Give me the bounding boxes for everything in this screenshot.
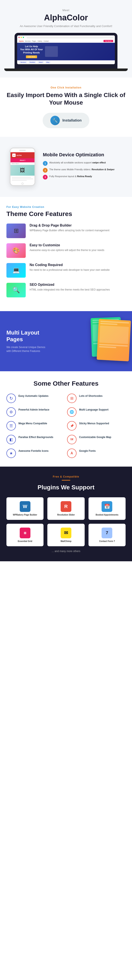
- googlemap-icon: 🗺: [67, 435, 77, 444]
- nocoding-text: No Coding Required No need to be a profe…: [30, 263, 110, 272]
- site-logo: Alpha: [19, 40, 24, 42]
- nocoding-symbol: 💻: [13, 267, 20, 274]
- plugins-divider: [62, 480, 70, 480]
- plugins-tag: Free & Compatible: [6, 475, 126, 478]
- browser-bar: [17, 35, 115, 39]
- feature-num-1: 1: [43, 161, 47, 166]
- url-bar: [27, 37, 113, 38]
- phone-speaker: [19, 150, 26, 151]
- hero-heading: Let Us HelpYou With All Of YourPrinting …: [20, 45, 43, 54]
- get-quote-btn[interactable]: Get Quote: [104, 40, 113, 42]
- install-button[interactable]: 🔧 Installation: [42, 113, 90, 128]
- parallax-icon: ◧: [6, 435, 16, 444]
- laptop-hero: Let Us HelpYou With All Of YourPrinting …: [17, 43, 115, 60]
- nav-contact: Contact: [44, 40, 49, 42]
- mailchimp-icon: ✉: [61, 528, 71, 538]
- revolution-label: Revolution Slider: [57, 514, 75, 516]
- wpbakery-icon: W: [20, 501, 30, 512]
- phone-home-button[interactable]: [21, 183, 24, 185]
- seo-image: 🔍: [6, 283, 26, 298]
- icons-label: Awesome Fontello Icons: [19, 449, 49, 453]
- googlemap-label: Customizable Google Map: [79, 435, 111, 439]
- bar-7: [99, 346, 116, 348]
- cf7-label: Contact Form 7: [99, 540, 115, 542]
- core-tag: For Easy Website Creation: [6, 205, 126, 208]
- other-section: Some Other Features ↻ Easy Automatic Upd…: [0, 371, 132, 466]
- phone-header: α ALPHA: [11, 152, 35, 158]
- megamenu-icon: ☰: [6, 421, 16, 431]
- essentialgrid-label: Essential Grid: [18, 540, 32, 542]
- meet-label: Meet: [4, 9, 128, 12]
- mobile-feature-2: 2 The theme uses Mobile Friendly sliders…: [43, 168, 128, 173]
- plugin-wpbakery[interactable]: W WPBakery Page Builder: [6, 497, 44, 520]
- feature-num-3: 3: [43, 175, 47, 180]
- drag-drop-desc: WPBakery Page Builder offers amazing too…: [30, 229, 110, 232]
- hero-button[interactable]: Learn More: [26, 56, 37, 58]
- admin-icon: ⚙: [6, 407, 16, 417]
- card-img-2: [99, 325, 129, 344]
- plugin-essentialgrid[interactable]: ⊞ Essential Grid: [6, 524, 44, 546]
- phone-logo: α: [14, 154, 14, 156]
- phone-bottom-bar: [11, 182, 35, 185]
- revolution-icon: R: [61, 501, 71, 512]
- maximize-dot: [23, 37, 24, 38]
- seo-symbol: 🔍: [13, 286, 20, 294]
- laptop-chin: [17, 64, 115, 68]
- service-3: About: [38, 61, 44, 64]
- seo-desc: HTML code integrated into the theme meet…: [30, 288, 110, 291]
- booked-label: Booked Appointments: [96, 514, 118, 516]
- feature-megamenu: ☰ Mega Menu Compatible: [6, 421, 65, 431]
- nocoding-image: 💻: [6, 263, 26, 278]
- core-title: Theme Core Features: [6, 210, 126, 218]
- service-2: Portfolio: [28, 61, 36, 64]
- multilang-label: Multi Language Support: [79, 407, 108, 412]
- cf7-icon: 7: [102, 528, 112, 538]
- customize-icon: 🎨: [6, 243, 26, 258]
- easy-auto-label: Easy Automatic Updates: [19, 394, 49, 398]
- multilayout-text: Multi Layout Pages We create Several Uni…: [6, 329, 49, 353]
- page-card-orange-inner: [97, 319, 131, 352]
- plugin-revolution[interactable]: R Revolution Slider: [47, 497, 85, 520]
- multilang-icon: 🌐: [67, 407, 77, 417]
- multilayout-title: Multi Layout Pages: [6, 329, 49, 343]
- plugins-grid: W WPBakery Page Builder R Revolution Sli…: [6, 497, 126, 546]
- meet-section: Meet AlphaColor An Awesome User Friendly…: [0, 0, 132, 78]
- plugin-booked[interactable]: 📅 Booked Appointments: [88, 497, 126, 520]
- service-1: Services: [19, 61, 27, 64]
- page-stack: [83, 315, 130, 363]
- sticky-icon: 📌: [67, 421, 77, 431]
- mobile-title: Mobile Device Optimization: [43, 152, 128, 158]
- essentialgrid-icon: ⊞: [20, 528, 30, 538]
- customize-symbol: 🎨: [13, 247, 20, 254]
- nocoding-desc: No need to be a professional web develop…: [30, 268, 110, 272]
- core-section: For Easy Website Creation Theme Core Fea…: [0, 197, 132, 311]
- customize-desc: Awesome easy-to-use options will adjust …: [30, 248, 104, 252]
- feature-admin: ⚙ Powerful Admin Interface: [6, 407, 65, 417]
- customize-text: Easy to Customize Awesome easy-to-use op…: [30, 243, 104, 252]
- content-line-2: [12, 178, 33, 179]
- plugin-mailchimp[interactable]: ✉ MailChimp: [47, 524, 85, 546]
- phone-hero-banner: About 1: [11, 158, 35, 162]
- mobile-feature-1: 1 Absolutely all scrollable sections sup…: [43, 161, 128, 166]
- minimize-dot: [20, 37, 22, 38]
- phone-logo-box: α: [12, 154, 16, 157]
- page-card-orange: [97, 319, 131, 361]
- plugin-cf7[interactable]: 7 Contact Form 7: [88, 524, 126, 546]
- mobile-section: α ALPHA About 1 Home / About 1 🖼 Mobile …: [0, 137, 132, 197]
- bar-5: [100, 323, 118, 325]
- megamenu-label: Mega Menu Compatible: [19, 421, 47, 425]
- phone-breadcrumb: Home / About 1: [11, 162, 35, 165]
- drag-drop-title: Drag & Drop Page Builder: [30, 224, 110, 228]
- mobile-feature-3: 3 Fully Responsive layout & Retina Ready: [43, 175, 128, 180]
- feature-text-2: The theme uses Mobile Friendly sliders: …: [49, 168, 115, 171]
- seo-title: SEO Optimized: [30, 283, 110, 286]
- laptop-screen: Alpha Services Pages Gallery Contact Get…: [17, 35, 115, 64]
- laptop-base: [4, 68, 128, 71]
- shortcodes-label: Lots of Shortcodes: [79, 394, 102, 398]
- phone-mockup: α ALPHA About 1 Home / About 1 🖼: [9, 148, 35, 186]
- wpbakery-label: WPBakery Page Builder: [13, 514, 37, 516]
- feature-text-3: Fully Responsive layout & Retina Ready: [49, 175, 92, 178]
- feature-text-1: Absolutely all scrollable sections suppo…: [49, 161, 106, 164]
- feature-parallax: ◧ Parallax Effect Backgrounds: [6, 435, 65, 444]
- nocoding-title: No Coding Required: [30, 263, 110, 267]
